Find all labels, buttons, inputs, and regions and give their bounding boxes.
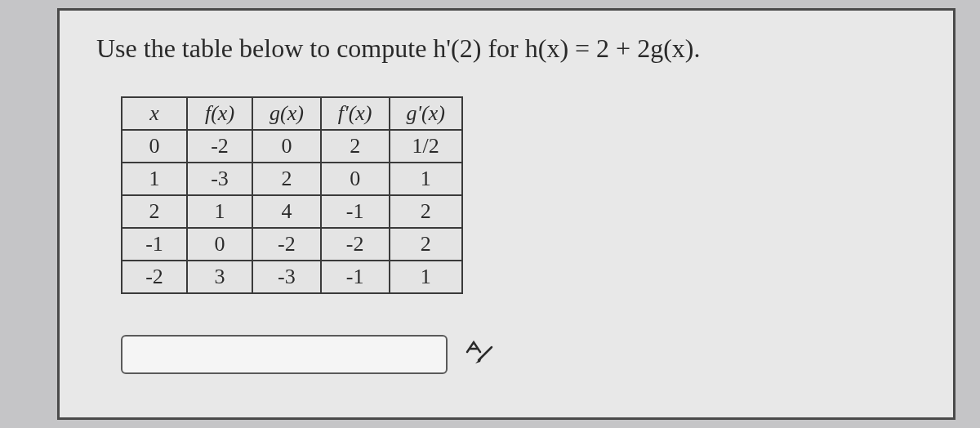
table-row: -2 3 -3 -1 1 [122, 261, 462, 293]
table-row: 1 -3 2 0 1 [122, 163, 462, 195]
cell: 2 [122, 195, 187, 228]
cell: -3 [252, 261, 321, 293]
handwriting-icon[interactable] [464, 336, 497, 374]
cell: 1 [187, 195, 252, 228]
cell: 2 [390, 228, 462, 261]
cell: 0 [252, 130, 321, 163]
cell: 3 [187, 261, 252, 293]
cell: 1/2 [390, 130, 462, 163]
col-x: x [122, 97, 187, 130]
question-frame: Use the table below to compute h'(2) for… [57, 8, 956, 420]
cell: -3 [187, 163, 252, 195]
cell: -1 [321, 195, 390, 228]
col-fpx: f'(x) [321, 97, 390, 130]
col-fx: f(x) [187, 97, 252, 130]
cell: 2 [252, 163, 321, 195]
cell: 0 [122, 130, 187, 163]
answer-input[interactable] [121, 335, 448, 374]
cell: -2 [252, 228, 321, 261]
cell: 1 [390, 261, 462, 293]
table-row: -1 0 -2 -2 2 [122, 228, 462, 261]
cell: 1 [122, 163, 187, 195]
cell: 2 [321, 130, 390, 163]
cell: 0 [187, 228, 252, 261]
cell: 2 [390, 195, 462, 228]
col-gx: g(x) [252, 97, 321, 130]
col-gpx: g'(x) [390, 97, 462, 130]
cell: -1 [321, 261, 390, 293]
question-text: Use the table below to compute h'(2) for… [96, 33, 916, 64]
cell: 0 [321, 163, 390, 195]
table-header-row: x f(x) g(x) f'(x) g'(x) [122, 97, 462, 130]
cell: 1 [390, 163, 462, 195]
cell: -1 [122, 228, 187, 261]
table-row: 0 -2 0 2 1/2 [122, 130, 462, 163]
cell: -2 [321, 228, 390, 261]
function-values-table: x f(x) g(x) f'(x) g'(x) 0 -2 0 2 1/2 1 -… [121, 96, 463, 294]
cell: -2 [122, 261, 187, 293]
cell: -2 [187, 130, 252, 163]
answer-row [121, 335, 916, 374]
handwriting-glyph [464, 336, 497, 368]
table-row: 2 1 4 -1 2 [122, 195, 462, 228]
cell: 4 [252, 195, 321, 228]
